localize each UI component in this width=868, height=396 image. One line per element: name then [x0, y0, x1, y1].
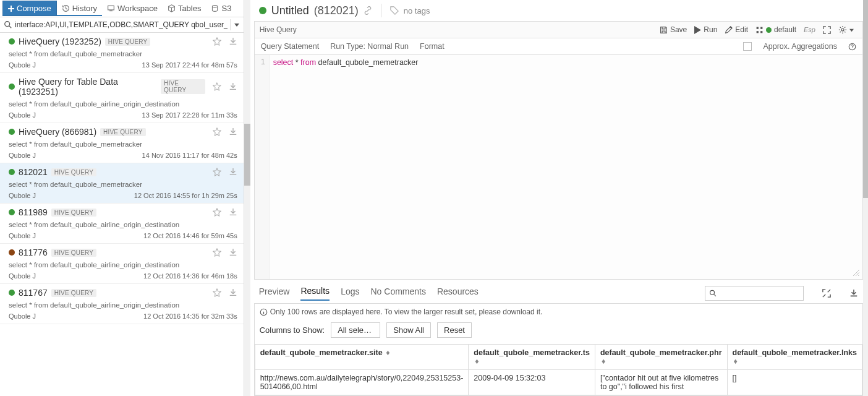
download-icon[interactable] [229, 208, 237, 217]
history-user: Qubole J [9, 232, 36, 239]
tab-results[interactable]: Results [300, 286, 330, 301]
reset-button[interactable]: Reset [437, 322, 472, 338]
expand-results-icon[interactable] [822, 289, 831, 298]
caret-down-icon [849, 28, 854, 32]
download-icon[interactable] [849, 289, 858, 298]
columns-select[interactable]: All select… [331, 322, 380, 338]
star-icon[interactable] [213, 82, 221, 91]
no-tags-label[interactable]: no tags [404, 6, 430, 15]
history-snippet: select * from default_qubole_airline_ori… [9, 301, 237, 309]
tab-s3[interactable]: S3 [206, 1, 236, 15]
tab-tables[interactable]: Tables [163, 1, 206, 15]
history-snippet: select * from default_qubole_airline_ori… [9, 100, 237, 108]
star-icon[interactable] [213, 248, 221, 257]
svg-point-8 [710, 290, 715, 295]
cell-ts: 2009-04-09 15:32:03 [469, 370, 595, 395]
history-title: 811776 [19, 248, 48, 257]
permalink-icon[interactable] [364, 6, 372, 15]
cell-phr: ["contador hit out at five kilometres to… [595, 370, 727, 395]
history-list[interactable]: HiveQuery (1923252)HIVE QUERYselect * fr… [0, 33, 244, 396]
tab-resources[interactable]: Resources [437, 286, 479, 300]
download-icon[interactable] [229, 288, 237, 297]
esp-button[interactable]: Esp [800, 25, 819, 35]
run-button[interactable]: Run [691, 24, 721, 35]
star-icon[interactable] [213, 37, 221, 46]
th-lnks[interactable]: default_qubole_memetracker.lnks ♦ [727, 345, 862, 370]
tab-nocomments[interactable]: No Comments [370, 286, 425, 300]
history-title: 811767 [19, 288, 48, 298]
query-type-badge: HIVE QUERY [100, 128, 146, 136]
download-icon[interactable] [229, 127, 237, 136]
tab-workspace[interactable]: Workspace [102, 1, 163, 15]
cell-site: http://news.com.au/dailytelegraph/story/… [255, 370, 469, 395]
status-dot [9, 169, 15, 175]
format-button[interactable]: Format [420, 42, 445, 51]
history-time: 13 Sep 2017 22:28 for 11m 33s [36, 111, 237, 119]
tab-history[interactable]: History [57, 1, 102, 16]
th-ts[interactable]: default_qubole_memetracker.ts ♦ [469, 345, 595, 370]
history-snippet: select * from default_qubole_memetracker [9, 181, 237, 188]
history-time: 14 Nov 2016 11:17 for 48m 42s [36, 152, 237, 159]
svg-point-1 [5, 22, 10, 27]
fullscreen-button[interactable] [819, 25, 835, 35]
help-icon[interactable] [848, 43, 856, 51]
sort-icon: ♦ [734, 357, 738, 366]
history-item[interactable]: 811776HIVE QUERYselect * from default_qu… [0, 244, 244, 284]
approx-checkbox[interactable] [743, 42, 752, 51]
showall-button[interactable]: Show All [386, 322, 431, 338]
status-dot [9, 290, 15, 296]
star-icon[interactable] [213, 127, 221, 136]
tab-logs[interactable]: Logs [341, 286, 359, 300]
compose-label: Compose [17, 4, 51, 13]
download-icon[interactable] [229, 248, 237, 257]
tab-preview[interactable]: Preview [259, 286, 290, 300]
th-site[interactable]: default_qubole_memetracker.site ♦ [255, 345, 469, 370]
settings-button[interactable] [835, 24, 857, 35]
history-user: Qubole J [9, 111, 36, 119]
history-item[interactable]: HiveQuery (866981)HIVE QUERYselect * fro… [0, 123, 244, 163]
code-editor[interactable]: 1 select * from default_qubole_memetrack… [254, 55, 863, 280]
workspace-icon [107, 4, 115, 12]
expand-icon [823, 26, 831, 34]
download-icon[interactable] [229, 168, 237, 176]
info-icon [260, 308, 268, 316]
edit-button[interactable]: Edit [721, 24, 752, 35]
svg-rect-2 [757, 27, 759, 28]
scrollbar-thumb[interactable] [244, 124, 250, 186]
star-icon[interactable] [213, 168, 221, 176]
left-scrollbar[interactable] [244, 0, 250, 396]
history-item[interactable]: 811767HIVE QUERYselect * from default_qu… [0, 284, 244, 324]
star-icon[interactable] [213, 208, 221, 217]
history-item[interactable]: 812021HIVE QUERYselect * from default_qu… [0, 163, 244, 204]
query-type-badge: HIVE QUERY [51, 289, 97, 297]
results-search-input[interactable] [719, 288, 799, 298]
history-user: Qubole J [9, 272, 36, 280]
history-title: 812021 [19, 167, 48, 177]
gear-icon [838, 25, 847, 34]
right-scrollbar[interactable] [863, 0, 868, 396]
cluster-selector[interactable]: default [752, 24, 800, 35]
query-statement-tab[interactable]: Query Statement [261, 42, 320, 51]
search-input[interactable] [14, 19, 229, 30]
scrollbar-thumb[interactable] [863, 0, 868, 198]
history-item[interactable]: Hive Query for Table Data (1923251)HIVE … [0, 73, 244, 123]
resize-handle-icon[interactable] [853, 269, 860, 277]
compose-button[interactable]: Compose [2, 1, 57, 16]
star-icon[interactable] [213, 288, 221, 297]
th-phr[interactable]: default_qubole_memetracker.phr ♦ [595, 345, 727, 370]
download-icon[interactable] [229, 82, 237, 91]
run-type-label[interactable]: Run Type: Normal Run [330, 42, 409, 51]
query-type-label: Hive Query [260, 25, 297, 34]
save-button[interactable]: Save [656, 24, 691, 35]
history-snippet: select * from default_qubole_airline_ori… [9, 261, 237, 269]
history-item[interactable]: HiveQuery (1923252)HIVE QUERYselect * fr… [0, 33, 244, 73]
search-dropdown[interactable] [230, 19, 240, 30]
editor-toolbar: Hive Query Save Run Edit default Esp [254, 21, 863, 38]
table-row[interactable]: http://news.com.au/dailytelegraph/story/… [255, 370, 862, 395]
results-search[interactable] [705, 286, 804, 301]
download-icon[interactable] [229, 37, 237, 46]
plus-icon [8, 6, 14, 12]
s3-icon [211, 4, 219, 12]
history-item[interactable]: 811989HIVE QUERYselect * from default_qu… [0, 204, 244, 244]
code-content[interactable]: select * from default_qubole_memetracker [270, 55, 422, 279]
